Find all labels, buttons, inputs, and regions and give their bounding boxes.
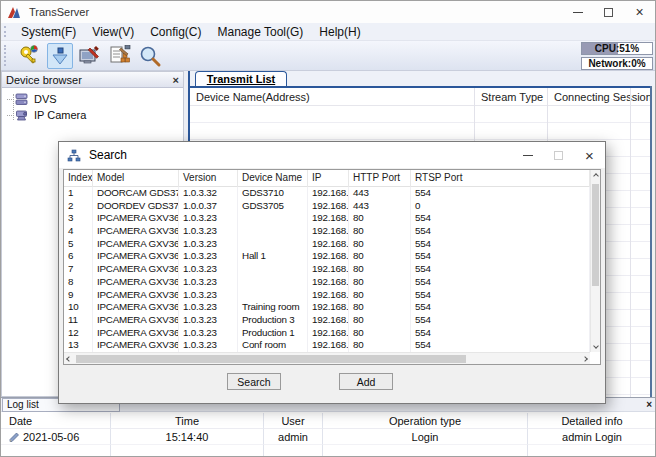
menu-view[interactable]: View(V) bbox=[84, 23, 142, 40]
search-col-header[interactable]: Model bbox=[93, 170, 179, 187]
search-cell bbox=[238, 276, 308, 289]
search-row[interactable]: 9IPCAMERA GXV361...1.0.3.23192.168...805… bbox=[64, 289, 590, 302]
search-cell: 192.168... bbox=[308, 238, 349, 251]
search-cell: 5 bbox=[64, 238, 93, 251]
search-icon bbox=[138, 44, 162, 68]
search-cell: 11 bbox=[64, 314, 93, 327]
scroll-down-icon[interactable] bbox=[591, 340, 601, 352]
vertical-scrollbar[interactable] bbox=[590, 170, 600, 352]
log-header-row: DateTimeUserOperation typeDetailed info bbox=[1, 413, 656, 429]
menu-config[interactable]: Config(C) bbox=[142, 23, 209, 40]
log-list-panel: Log list × DateTimeUserOperation typeDet… bbox=[1, 397, 656, 457]
search-cell: 554 bbox=[411, 238, 590, 251]
minimize-button[interactable] bbox=[562, 1, 593, 23]
search-cell: Production 3 bbox=[238, 314, 308, 327]
config-tool-button[interactable] bbox=[77, 43, 103, 69]
toolbar: CPU:51% Network:0% bbox=[1, 41, 655, 71]
col-stream-type[interactable]: Stream Type bbox=[481, 88, 543, 106]
window-title: TransServer bbox=[29, 6, 89, 18]
titlebar: TransServer × bbox=[1, 1, 655, 23]
login-key-button[interactable] bbox=[17, 43, 43, 69]
search-col-header[interactable]: Device Name bbox=[238, 170, 308, 187]
menu-help[interactable]: Help(H) bbox=[311, 23, 368, 40]
search-cell: GDS3705 bbox=[238, 200, 308, 213]
search-button[interactable]: Search bbox=[227, 373, 281, 390]
search-cell: IPCAMERA GXV361... bbox=[93, 327, 179, 340]
menu-manage-tool[interactable]: Manage Tool(G) bbox=[210, 23, 312, 40]
search-cell: IPCAMERA GXV361... bbox=[93, 225, 179, 238]
log-row[interactable]: 2021-05-0615:14:40adminLoginadmin Login bbox=[1, 429, 656, 445]
log-col-header[interactable]: Time bbox=[111, 413, 264, 429]
scroll-left-icon[interactable] bbox=[64, 353, 74, 365]
window-controls: × bbox=[562, 1, 655, 23]
log-col-header[interactable]: Date bbox=[1, 413, 111, 429]
col-device-name-address[interactable]: Device Name(Address) bbox=[196, 88, 310, 106]
tab-transmit-list[interactable]: Transmit List bbox=[195, 71, 287, 86]
log-cell: 2021-05-06 bbox=[1, 429, 111, 445]
scroll-up-icon[interactable] bbox=[591, 170, 601, 182]
search-cell: 554 bbox=[411, 225, 590, 238]
search-row[interactable]: 12IPCAMERA GXV361...1.0.3.23Production 1… bbox=[64, 327, 590, 340]
search-row[interactable]: 5IPCAMERA GXV361...1.0.3.23192.168...805… bbox=[64, 238, 590, 251]
search-row[interactable]: 8IPCAMERA GXV361...1.0.3.23192.168...805… bbox=[64, 276, 590, 289]
search-cell: IPCAMERA GXV361... bbox=[93, 212, 179, 225]
search-cell: 1.0.3.23 bbox=[179, 339, 238, 352]
dialog-close-button[interactable]: × bbox=[574, 142, 605, 168]
search-col-header[interactable]: Version bbox=[179, 170, 238, 187]
dialog-maximize-button[interactable] bbox=[543, 142, 574, 168]
dialog-minimize-button[interactable] bbox=[512, 142, 543, 168]
search-row[interactable]: 2DOORDEV GDS37051.0.0.37GDS3705192.168..… bbox=[64, 200, 590, 213]
search-cell: 80 bbox=[349, 212, 411, 225]
search-cell: 1.0.3.23 bbox=[179, 212, 238, 225]
search-cell: 1.0.3.23 bbox=[179, 301, 238, 314]
search-row[interactable]: 10IPCAMERA GXV361...1.0.3.23Training roo… bbox=[64, 301, 590, 314]
menu-system[interactable]: System(F) bbox=[13, 23, 84, 40]
scroll-right-icon[interactable] bbox=[580, 353, 590, 365]
log-col-header[interactable]: Operation type bbox=[323, 413, 528, 429]
search-col-header[interactable]: HTTP Port bbox=[349, 170, 411, 187]
log-cell bbox=[1, 445, 111, 457]
search-cell: 1.0.3.32 bbox=[179, 187, 238, 200]
search-row[interactable]: 7IPCAMERA GXV361...1.0.3.23192.168...805… bbox=[64, 263, 590, 276]
device-browser-close-icon[interactable]: × bbox=[173, 75, 179, 85]
search-row[interactable]: 4IPCAMERA GXV361...1.0.3.23192.168...805… bbox=[64, 225, 590, 238]
log-col-header[interactable]: User bbox=[264, 413, 323, 429]
search-row[interactable]: 6IPCAMERA GXV361...1.0.3.23Hall 1192.168… bbox=[64, 250, 590, 263]
tree-item-dvs[interactable]: DVS bbox=[2, 91, 183, 107]
close-button[interactable]: × bbox=[624, 1, 655, 23]
search-results-table: IndexModelVersionDevice NameIPHTTP PortR… bbox=[63, 169, 601, 365]
horizontal-scrollbar[interactable] bbox=[64, 352, 590, 364]
search-cell: 192.168... bbox=[308, 225, 349, 238]
search-col-header[interactable]: IP bbox=[308, 170, 349, 187]
search-row[interactable]: 11IPCAMERA GXV361...1.0.3.23Production 3… bbox=[64, 314, 590, 327]
log-list-close-icon[interactable]: × bbox=[646, 399, 652, 410]
search-row[interactable]: 3IPCAMERA GXV361...1.0.3.23192.168...805… bbox=[64, 212, 590, 225]
search-cell: 1.0.3.23 bbox=[179, 250, 238, 263]
search-cell bbox=[238, 263, 308, 276]
search-col-header[interactable]: Index bbox=[64, 170, 93, 187]
col-connecting-sessions[interactable]: Connecting Sessions bbox=[554, 88, 656, 106]
manage-tool-button[interactable] bbox=[107, 43, 133, 69]
search-tool-button[interactable] bbox=[137, 43, 163, 69]
tree-connector bbox=[13, 94, 14, 120]
search-cell: 192.168... bbox=[308, 339, 349, 352]
horizontal-scroll-thumb[interactable] bbox=[76, 355, 466, 363]
tree-item-ip-camera[interactable]: IP Camera bbox=[2, 107, 183, 123]
maximize-button[interactable] bbox=[593, 1, 624, 23]
search-cell: 3 bbox=[64, 212, 93, 225]
search-cell: 13 bbox=[64, 339, 93, 352]
search-col-header[interactable]: RTSP Port bbox=[411, 170, 590, 187]
ip-camera-icon bbox=[15, 109, 30, 122]
search-cell: 192.168... bbox=[308, 289, 349, 302]
search-cell bbox=[238, 212, 308, 225]
search-row[interactable]: 13IPCAMERA GXV361...1.0.3.23Conf room192… bbox=[64, 339, 590, 352]
log-cell: admin Login bbox=[528, 429, 656, 445]
vertical-scroll-thumb[interactable] bbox=[592, 184, 599, 286]
search-cell: IPCAMERA GXV361... bbox=[93, 339, 179, 352]
add-button[interactable]: Add bbox=[339, 373, 393, 390]
manage-tool-icon bbox=[108, 44, 132, 68]
log-col-header[interactable]: Detailed info bbox=[528, 413, 656, 429]
transmit-download-button[interactable] bbox=[47, 43, 73, 69]
search-row[interactable]: 1DOORCAM GDS37101.0.3.32GDS3710192.168..… bbox=[64, 187, 590, 200]
search-cell: 554 bbox=[411, 187, 590, 200]
